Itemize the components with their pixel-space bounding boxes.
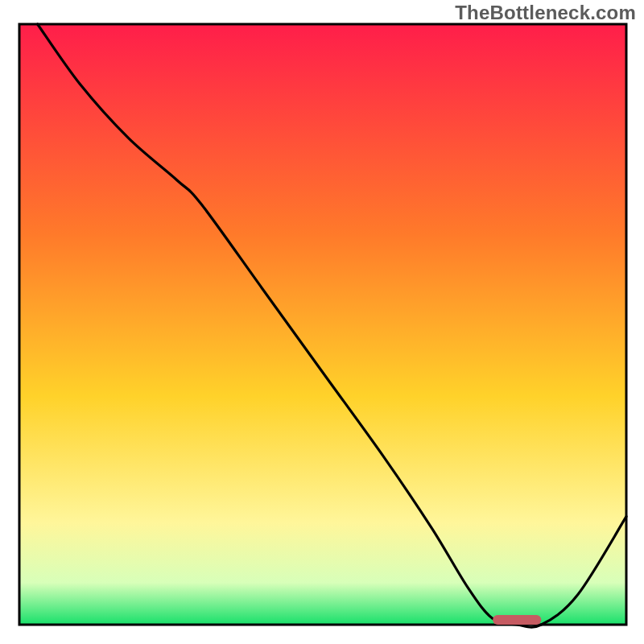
plot-area	[19, 24, 626, 625]
optimal-marker	[493, 615, 541, 625]
watermark-text: TheBottleneck.com	[455, 2, 636, 24]
chart-root: TheBottleneck.com	[0, 0, 644, 644]
plot-background	[19, 24, 626, 625]
bottleneck-chart	[0, 0, 644, 644]
